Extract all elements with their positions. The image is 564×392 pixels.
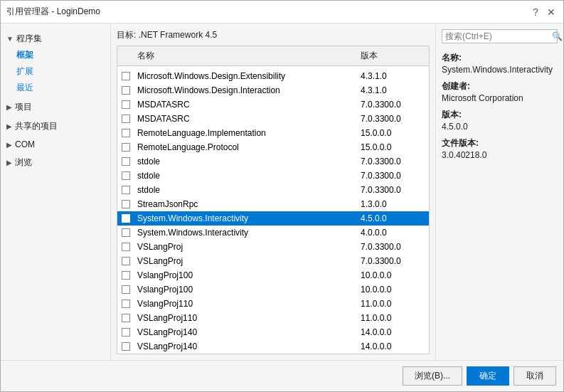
table-body[interactable]: Microsoft.VisualStudio.VSHelp7.0.3300.0M… — [117, 66, 429, 354]
row-checkbox[interactable] — [117, 271, 134, 280]
info-creator-group: 创建者: Microsoft Corporation — [442, 80, 558, 103]
row-checkbox[interactable] — [117, 243, 134, 251]
search-box[interactable]: 🔍 — [442, 29, 558, 43]
checkbox-icon — [122, 300, 130, 308]
row-version: 7.0.3300.0 — [358, 184, 429, 196]
table-row[interactable]: stdole7.0.3300.0 — [117, 154, 429, 169]
row-name: VSLangProj — [134, 255, 358, 267]
table-row[interactable]: VSLangProj7.0.3300.0 — [117, 254, 429, 268]
com-arrow: ▶ — [6, 141, 12, 149]
row-checkbox[interactable]: ✓ — [117, 214, 134, 223]
row-checkbox[interactable] — [117, 129, 134, 137]
bottom-bar: 浏览(B)... 确定 取消 — [1, 360, 563, 391]
row-name: VslangProj100 — [134, 284, 358, 295]
table-row[interactable]: VslangProj11011.0.0.0 — [117, 297, 429, 311]
sidebar-item-framework[interactable]: 框架 — [1, 47, 110, 63]
browse-group[interactable]: ▶ 浏览 — [1, 154, 110, 171]
sidebar-item-extensions[interactable]: 扩展 — [1, 63, 110, 80]
checkbox-icon — [122, 115, 130, 123]
row-name: VSLangProj110 — [134, 312, 358, 324]
row-name: System.Windows.Interactivity — [134, 213, 358, 224]
row-checkbox[interactable] — [117, 72, 134, 80]
close-button[interactable]: ✕ — [545, 6, 558, 18]
shared-group[interactable]: ▶ 共享的项目 — [1, 118, 110, 134]
row-checkbox[interactable] — [117, 200, 134, 208]
row-checkbox[interactable] — [117, 157, 134, 166]
checkbox-icon — [122, 257, 130, 265]
row-version: 7.0.3300.0 — [358, 113, 429, 125]
row-name: VSLangProj140 — [134, 341, 358, 352]
help-button[interactable]: ? — [529, 6, 542, 18]
title-bar-left: 引用管理器 - LoginDemo — [6, 6, 100, 18]
main-panel: 目标: .NET Framework 4.5 名称 版本 Microsoft.V… — [111, 23, 435, 360]
row-version: 7.0.3300.0 — [358, 255, 429, 267]
row-checkbox[interactable] — [117, 186, 134, 194]
row-checkbox[interactable] — [117, 143, 134, 152]
row-checkbox[interactable] — [117, 257, 134, 265]
row-checkbox[interactable] — [117, 300, 134, 308]
row-checkbox[interactable] — [117, 86, 134, 95]
table-row[interactable]: VslangProj10010.0.0.0 — [117, 282, 429, 297]
info-name-label: 名称: — [442, 52, 558, 64]
row-checkbox[interactable] — [117, 285, 134, 294]
browse-button[interactable]: 浏览(B)... — [403, 366, 462, 386]
row-checkbox[interactable] — [117, 328, 134, 337]
row-version: 15.0.0.0 — [358, 142, 429, 153]
row-version: 15.0.0.0 — [358, 127, 429, 139]
table-row[interactable]: VSLangProj14014.0.0.0 — [117, 325, 429, 339]
table-row[interactable]: MSDATASRC7.0.3300.0 — [117, 112, 429, 126]
info-panel: 🔍 名称: System.Windows.Interactivity 创建者: … — [435, 23, 563, 360]
row-checkbox[interactable] — [117, 100, 134, 109]
row-name: Microsoft.Windows.Design.Extensibility — [134, 70, 358, 82]
table-row[interactable]: VSLangProj14014.0.0.0 — [117, 339, 429, 354]
table-row[interactable]: Microsoft.Windows.Design.Extensibility4.… — [117, 69, 429, 83]
assemblies-group[interactable]: ▼ 程序集 — [1, 31, 110, 47]
checkbox-icon — [122, 342, 130, 351]
checkbox-icon — [122, 143, 130, 152]
row-checkbox[interactable] — [117, 314, 134, 322]
table-row[interactable]: MSDATASRC7.0.3300.0 — [117, 97, 429, 112]
search-input[interactable] — [445, 31, 552, 41]
row-checkbox[interactable] — [117, 228, 134, 237]
row-name: stdole — [134, 170, 358, 181]
browse-arrow: ▶ — [6, 159, 12, 166]
row-version: 9.1.0.0 — [358, 66, 429, 68]
table-row[interactable]: VSLangProj7.0.3300.0 — [117, 240, 429, 254]
row-version: 11.0.0.0 — [358, 312, 429, 324]
table-row[interactable]: ✓System.Windows.Interactivity4.5.0.0 — [117, 211, 429, 226]
search-icon: 🔍 — [552, 31, 563, 41]
header-name-col: 名称 — [134, 48, 358, 63]
row-name: RemoteLanguage.Implementation — [134, 127, 358, 139]
row-version: 4.5.0.0 — [358, 213, 429, 224]
table-row[interactable]: stdole7.0.3300.0 — [117, 183, 429, 197]
project-group[interactable]: ▶ 项目 — [1, 99, 110, 115]
row-name: Microsoft.Windows.Design.Interaction — [134, 85, 358, 96]
table-row[interactable]: StreamJsonRpc1.3.0.0 — [117, 197, 429, 211]
table-row[interactable]: Microsoft.Windows.Design.Interaction4.3.… — [117, 83, 429, 97]
table-row[interactable]: System.Windows.Interactivity4.0.0.0 — [117, 226, 429, 240]
row-version: 4.3.1.0 — [358, 85, 429, 96]
info-fileversion-label: 文件版本: — [442, 137, 558, 149]
sidebar-item-recent[interactable]: 最近 — [1, 80, 110, 96]
row-version: 4.0.0.0 — [358, 227, 429, 238]
project-section: ▶ 项目 — [1, 97, 110, 117]
table-row[interactable]: RemoteLanguage.Protocol15.0.0.0 — [117, 140, 429, 154]
table-row[interactable]: VSLangProj11011.0.0.0 — [117, 311, 429, 325]
row-checkbox[interactable] — [117, 171, 134, 180]
table-row[interactable]: stdole7.0.3300.0 — [117, 169, 429, 183]
table-row[interactable]: RemoteLanguage.Implementation15.0.0.0 — [117, 126, 429, 140]
title-bar: 引用管理器 - LoginDemo ? ✕ — [1, 1, 563, 23]
row-name: MSDATASRC — [134, 99, 358, 110]
table-row[interactable]: VslangProj10010.0.0.0 — [117, 268, 429, 282]
com-group[interactable]: ▶ COM — [1, 137, 110, 152]
row-version: 7.0.3300.0 — [358, 156, 429, 167]
row-checkbox[interactable] — [117, 115, 134, 123]
assemblies-label: 程序集 — [16, 33, 42, 45]
browse-section: ▶ 浏览 — [1, 153, 110, 172]
cancel-button[interactable]: 取消 — [514, 366, 556, 386]
row-checkbox[interactable] — [117, 342, 134, 351]
row-name: stdole — [134, 156, 358, 167]
ok-button[interactable]: 确定 — [467, 366, 509, 386]
row-version: 14.0.0.0 — [358, 327, 429, 338]
info-creator-label: 创建者: — [442, 80, 558, 92]
